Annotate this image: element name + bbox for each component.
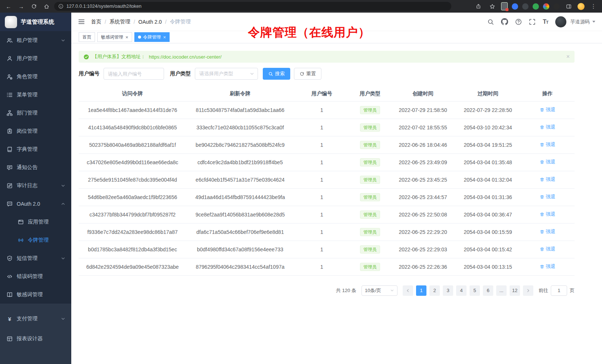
force-logout-button[interactable]: 强退 bbox=[540, 228, 556, 235]
force-logout-button[interactable]: 强退 bbox=[540, 124, 556, 130]
tab-item[interactable]: 敏感词管理× bbox=[97, 32, 132, 42]
sidebar-item-errorcode[interactable]: 错误码管理 bbox=[0, 267, 71, 285]
next-page-button[interactable] bbox=[523, 285, 533, 296]
sidebar-item-label: 支付管理 bbox=[17, 315, 37, 322]
extension-icon[interactable] bbox=[543, 3, 549, 10]
doc-link[interactable]: https://doc.iocoder.cn/user-center/ bbox=[149, 54, 222, 60]
sidebar-item-menu[interactable]: 菜单管理 bbox=[0, 86, 71, 104]
share-icon[interactable] bbox=[474, 1, 483, 11]
refresh-token-cell: 8796295f04064c2983414cc54af1097a bbox=[186, 258, 294, 275]
page-button[interactable]: 5 bbox=[470, 285, 480, 296]
force-logout-button[interactable]: 强退 bbox=[540, 159, 556, 165]
sidebar-subitem-oauth2-app[interactable]: 应用管理 bbox=[0, 213, 71, 231]
active-tab-dot bbox=[138, 36, 141, 39]
page-more-button[interactable]: ... bbox=[496, 285, 507, 296]
table-row: c342377bf8b344799dcbf7bf095287f29ce8ef2a… bbox=[79, 206, 575, 223]
prev-page-button[interactable] bbox=[403, 285, 413, 296]
create-time-cell: 2022-06-25 22:26:36 bbox=[390, 258, 455, 275]
sidebar-item-role[interactable]: 角色管理 bbox=[0, 67, 71, 86]
help-icon[interactable] bbox=[515, 19, 522, 25]
page-button[interactable]: 1 bbox=[416, 285, 426, 296]
home-icon[interactable] bbox=[42, 1, 51, 11]
username-label[interactable]: 芋道源码 bbox=[570, 19, 590, 25]
tab-item[interactable]: 首页 bbox=[79, 32, 95, 42]
sidebar-subitem-oauth2-token[interactable]: 令牌管理 bbox=[0, 231, 71, 249]
alert-close-icon[interactable]: × bbox=[566, 53, 570, 60]
actions-cell: 强退 bbox=[520, 171, 575, 188]
sidebar-item-sms[interactable]: 短信管理 bbox=[0, 249, 71, 267]
breadcrumb-item[interactable]: OAuth 2.0 bbox=[138, 19, 162, 25]
force-logout-button[interactable]: 强退 bbox=[540, 193, 556, 200]
address-bar[interactable]: 127.0.0.1:1024/system/oauth2/token bbox=[54, 2, 451, 11]
user-id-cell: 1 bbox=[294, 188, 350, 206]
force-logout-button[interactable]: 强退 bbox=[540, 141, 556, 148]
tab-item[interactable]: 令牌管理× bbox=[134, 32, 170, 42]
extension-icon[interactable] bbox=[522, 3, 529, 10]
extension-icon[interactable] bbox=[553, 3, 560, 10]
force-logout-button[interactable]: 强退 bbox=[540, 211, 556, 218]
user-type-select[interactable]: 请选择用户类型 bbox=[195, 68, 258, 80]
site-info-icon[interactable] bbox=[58, 4, 63, 9]
refresh-token-cell: 811c530487574fa0af1a59d3abc1aa66 bbox=[186, 101, 294, 119]
github-icon[interactable] bbox=[501, 18, 508, 25]
sidebar-item-dict[interactable]: 字典管理 bbox=[0, 140, 71, 158]
font-size-icon[interactable]: TT bbox=[543, 19, 548, 25]
sidebar-item-oauth2[interactable]: OAuth 2.0 bbox=[0, 195, 71, 213]
reset-button[interactable]: 重置 bbox=[294, 68, 321, 80]
user-avatar[interactable] bbox=[555, 16, 566, 27]
filter-form: 用户编号 用户类型 请选择用户类型 搜索 重置 bbox=[79, 68, 602, 80]
user-type-placeholder: 请选择用户类型 bbox=[199, 70, 233, 77]
app-title: 芋道管理系统 bbox=[21, 19, 54, 26]
breadcrumb-item[interactable]: 系统管理 bbox=[109, 19, 130, 25]
tab-label: 首页 bbox=[82, 34, 91, 40]
chevron-down-icon[interactable] bbox=[592, 21, 595, 23]
forward-icon[interactable]: → bbox=[16, 1, 26, 11]
user-id-cell: 1 bbox=[294, 136, 350, 153]
extension-icon[interactable] bbox=[501, 2, 508, 10]
chevron-right-icon bbox=[526, 288, 530, 293]
comment-icon bbox=[7, 201, 13, 207]
sidebar-item-dept[interactable]: 部门管理 bbox=[0, 104, 71, 122]
sidebar-item-user[interactable]: 用户管理 bbox=[0, 49, 71, 67]
search-button[interactable]: 搜索 bbox=[263, 68, 290, 80]
bookmark-star-icon[interactable] bbox=[487, 1, 497, 11]
force-logout-button[interactable]: 强退 bbox=[540, 246, 556, 252]
sidebar-item-pay[interactable]: ¥支付管理 bbox=[0, 309, 71, 329]
page-size-select[interactable]: 10条/页 bbox=[361, 285, 397, 296]
goto-page-input[interactable] bbox=[551, 285, 567, 296]
force-logout-button[interactable]: 强退 bbox=[540, 106, 556, 113]
sidebar-item-notice[interactable]: 通知公告 bbox=[0, 158, 71, 176]
sidebar-item-post[interactable]: 岗位管理 bbox=[0, 122, 71, 140]
sidebar-item-tenant[interactable]: 租户管理 bbox=[0, 31, 71, 49]
reload-icon[interactable] bbox=[29, 1, 39, 11]
extension-icon[interactable] bbox=[533, 3, 539, 10]
search-icon[interactable] bbox=[487, 19, 494, 25]
browser-menu-icon[interactable]: ⋮ bbox=[589, 1, 598, 11]
browser-toolbar: ← → 127.0.0.1:1024/system/oauth2/token ⋮ bbox=[0, 0, 602, 13]
back-icon[interactable]: ← bbox=[4, 1, 13, 11]
access-token-cell: 502375b8040a469a9b82188afdf6af1f bbox=[79, 136, 186, 153]
extension-icon[interactable] bbox=[512, 3, 518, 10]
page-button[interactable]: 4 bbox=[456, 285, 467, 296]
page-button[interactable]: 2 bbox=[429, 285, 440, 296]
sidebar-item-auditlog[interactable]: 审计日志 bbox=[0, 176, 71, 195]
sidebar-item-label: 字典管理 bbox=[17, 146, 37, 153]
app-logo-row[interactable]: 芋道管理系统 bbox=[0, 13, 71, 31]
sidebar-item-report[interactable]: 报表设计器 bbox=[0, 329, 71, 349]
force-logout-button[interactable]: 强退 bbox=[540, 263, 556, 270]
fullscreen-icon[interactable] bbox=[529, 19, 536, 25]
tab-close-icon[interactable]: × bbox=[163, 35, 166, 40]
user-type-cell: 管理员 bbox=[350, 171, 390, 188]
page-button[interactable]: 6 bbox=[483, 285, 493, 296]
force-logout-button[interactable]: 强退 bbox=[540, 176, 556, 183]
actions-cell: 强退 bbox=[520, 241, 575, 258]
page-button[interactable]: 12 bbox=[510, 285, 520, 296]
tab-close-icon[interactable]: × bbox=[125, 35, 128, 40]
side-panel-icon[interactable] bbox=[564, 1, 573, 11]
breadcrumb-item[interactable]: 首页 bbox=[91, 19, 101, 25]
page-button[interactable]: 3 bbox=[443, 285, 453, 296]
browser-profile-avatar[interactable] bbox=[578, 3, 585, 10]
collapse-menu-icon[interactable] bbox=[78, 18, 85, 25]
user-id-input[interactable] bbox=[104, 68, 164, 80]
sidebar-item-sensitiveword[interactable]: 敏感词管理 bbox=[0, 285, 71, 304]
